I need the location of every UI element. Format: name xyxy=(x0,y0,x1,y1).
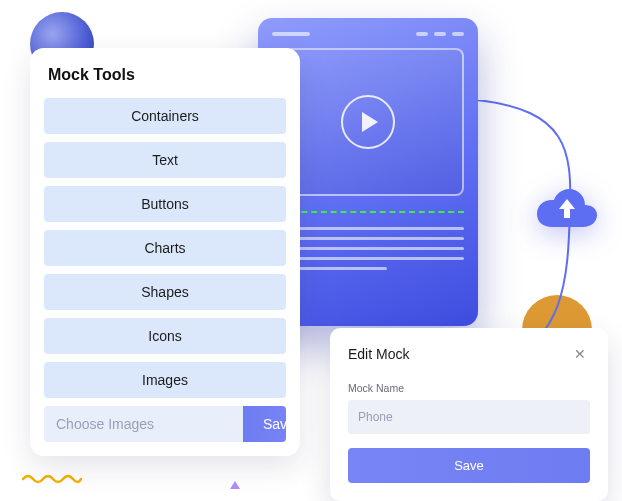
mock-name-label: Mock Name xyxy=(348,382,590,394)
edit-mock-header: Edit Mock ✕ xyxy=(348,344,590,364)
close-icon[interactable]: ✕ xyxy=(570,344,590,364)
mock-name-input[interactable] xyxy=(348,400,590,434)
mock-tools-title: Mock Tools xyxy=(44,66,286,84)
preview-topbar xyxy=(272,32,464,36)
preview-title-skeleton xyxy=(272,32,310,36)
upload-cloud-icon[interactable] xyxy=(535,185,599,229)
tool-item-shapes[interactable]: Shapes xyxy=(44,274,286,310)
tool-label: Buttons xyxy=(141,196,188,212)
edit-save-button[interactable]: Save xyxy=(348,448,590,483)
tool-footer: Save xyxy=(44,406,286,442)
tool-item-images[interactable]: Images xyxy=(44,362,286,398)
tool-label: Charts xyxy=(144,240,185,256)
tool-item-containers[interactable]: Containers xyxy=(44,98,286,134)
mock-tools-panel: Mock Tools Containers Text Buttons Chart… xyxy=(30,48,300,456)
preview-text-skeleton xyxy=(272,227,464,270)
tool-label: Images xyxy=(142,372,188,388)
choose-images-input[interactable] xyxy=(44,406,243,442)
preview-nav-dots xyxy=(416,32,464,36)
tool-label: Shapes xyxy=(141,284,188,300)
preview-divider-dashed xyxy=(272,210,464,213)
tool-item-charts[interactable]: Charts xyxy=(44,230,286,266)
edit-mock-title: Edit Mock xyxy=(348,346,409,362)
decor-triangle xyxy=(230,481,240,489)
tool-item-buttons[interactable]: Buttons xyxy=(44,186,286,222)
edit-mock-panel: Edit Mock ✕ Mock Name Save xyxy=(330,328,608,501)
connector-line xyxy=(472,100,572,360)
tools-save-button[interactable]: Save xyxy=(243,406,286,442)
tool-label: Icons xyxy=(148,328,181,344)
play-icon xyxy=(362,112,378,132)
preview-media-frame[interactable] xyxy=(272,48,464,196)
play-button[interactable] xyxy=(341,95,395,149)
tool-item-text[interactable]: Text xyxy=(44,142,286,178)
tool-item-icons[interactable]: Icons xyxy=(44,318,286,354)
tool-label: Containers xyxy=(131,108,199,124)
tool-label: Text xyxy=(152,152,178,168)
decor-wave xyxy=(22,473,82,485)
